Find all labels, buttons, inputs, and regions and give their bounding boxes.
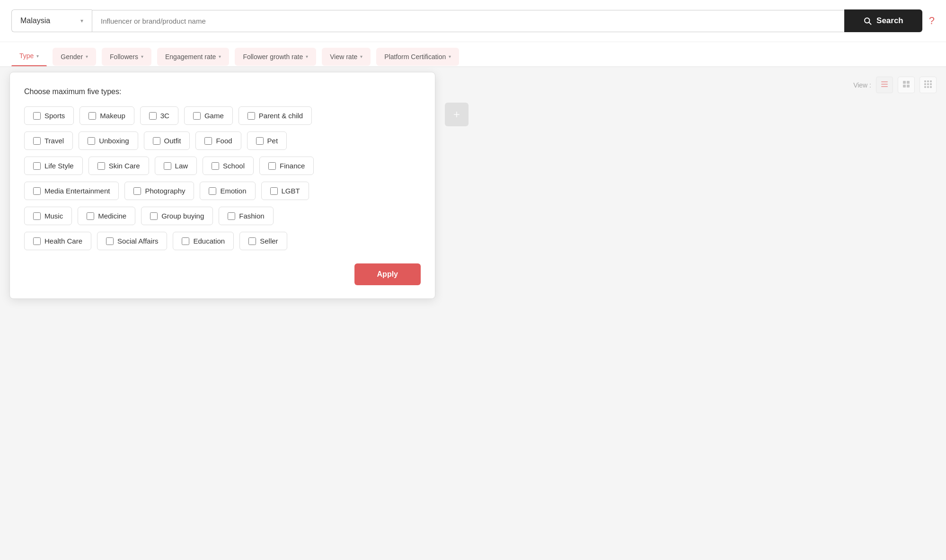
svg-rect-17 — [930, 86, 932, 88]
type-option-photography[interactable]: Photography — [124, 182, 194, 200]
type-label-3c: 3C — [160, 112, 169, 120]
search-button[interactable]: Search — [844, 9, 922, 32]
type-label-emotion: Emotion — [220, 187, 246, 195]
filter-followers[interactable]: Followers ▾ — [102, 48, 151, 66]
type-label-music: Music — [44, 212, 63, 220]
svg-rect-4 — [881, 86, 888, 87]
type-option-lgbt[interactable]: LGBT — [261, 182, 309, 200]
type-checkbox-skincare[interactable] — [97, 162, 105, 170]
type-label-game: Game — [204, 112, 224, 120]
type-label-pet: Pet — [267, 137, 278, 145]
filter-bar: Type ▾ Gender ▾ Followers ▾ Engagement r… — [0, 42, 946, 67]
type-label-lgbt: LGBT — [282, 187, 300, 195]
type-option-skincare[interactable]: Skin Care — [88, 157, 149, 175]
right-side: View : — [435, 67, 946, 299]
type-option-finance[interactable]: Finance — [259, 157, 314, 175]
type-checkbox-3c[interactable] — [149, 112, 157, 120]
type-label-fashion: Fashion — [239, 212, 264, 220]
type-option-social_affairs[interactable]: Social Affairs — [97, 232, 167, 250]
type-checkbox-emotion[interactable] — [209, 187, 216, 195]
type-dropdown-panel: Choose maximum five types: SportsMakeup3… — [9, 72, 435, 299]
type-option-media_entertainment[interactable]: Media Entertainment — [24, 182, 119, 200]
type-option-unboxing[interactable]: Unboxing — [79, 131, 138, 150]
filter-type[interactable]: Type ▾ — [11, 47, 47, 66]
type-option-medicine[interactable]: Medicine — [78, 207, 135, 225]
svg-rect-8 — [907, 85, 910, 88]
type-checkbox-food[interactable] — [204, 137, 212, 145]
platform-chevron-icon: ▾ — [449, 54, 451, 59]
type-checkbox-finance[interactable] — [268, 162, 276, 170]
type-checkbox-photography[interactable] — [133, 187, 141, 195]
type-option-3c[interactable]: 3C — [140, 106, 178, 125]
type-option-school[interactable]: School — [203, 157, 254, 175]
type-checkbox-fashion[interactable] — [228, 212, 235, 220]
type-label-parent_child: Parent & child — [259, 112, 303, 120]
type-checkbox-game[interactable] — [193, 112, 201, 120]
type-checkbox-group_buying[interactable] — [150, 212, 158, 220]
type-option-group_buying[interactable]: Group buying — [141, 207, 213, 225]
grid3-view-icon — [924, 80, 932, 88]
type-option-emotion[interactable]: Emotion — [200, 182, 255, 200]
type-checkbox-medicine[interactable] — [87, 212, 94, 220]
view-list-button[interactable] — [876, 77, 893, 93]
viewrate-chevron-icon: ▾ — [360, 54, 362, 59]
search-input[interactable] — [92, 10, 844, 32]
type-checkbox-media_entertainment[interactable] — [33, 187, 41, 195]
type-checkbox-outfit[interactable] — [153, 137, 160, 145]
filter-view-rate[interactable]: View rate ▾ — [322, 48, 371, 66]
help-icon[interactable]: ? — [929, 15, 935, 27]
type-checkbox-education[interactable] — [182, 237, 189, 245]
type-checkbox-health_care[interactable] — [33, 237, 41, 245]
type-checkbox-unboxing[interactable] — [88, 137, 95, 145]
add-button[interactable]: + — [445, 103, 469, 126]
type-chevron-icon: ▾ — [36, 53, 39, 59]
type-checkbox-sports[interactable] — [33, 112, 41, 120]
svg-rect-11 — [930, 80, 932, 82]
type-checkbox-music[interactable] — [33, 212, 41, 220]
type-checkbox-seller[interactable] — [248, 237, 256, 245]
type-option-food[interactable]: Food — [195, 131, 241, 150]
type-label-seller: Seller — [260, 237, 278, 245]
type-checkbox-parent_child[interactable] — [248, 112, 255, 120]
view-label: View : — [853, 81, 871, 89]
view-grid3-button[interactable] — [919, 77, 937, 93]
engagement-chevron-icon: ▾ — [219, 54, 221, 59]
type-checkbox-law[interactable] — [164, 162, 171, 170]
type-option-law[interactable]: Law — [155, 157, 197, 175]
type-option-pet[interactable]: Pet — [247, 131, 287, 150]
svg-rect-16 — [927, 86, 929, 88]
filter-engagement-label: Engagement rate — [165, 53, 216, 61]
svg-rect-13 — [927, 83, 929, 85]
view-grid2-button[interactable] — [898, 77, 915, 93]
type-option-health_care[interactable]: Health Care — [24, 232, 91, 250]
types-row-5: Health CareSocial AffairsEducationSeller — [24, 232, 421, 250]
type-option-outfit[interactable]: Outfit — [144, 131, 190, 150]
country-selector[interactable]: Malaysia ▾ — [11, 9, 92, 32]
type-checkbox-lgbt[interactable] — [270, 187, 278, 195]
type-option-lifestyle[interactable]: Life Style — [24, 157, 83, 175]
type-option-education[interactable]: Education — [173, 232, 234, 250]
type-option-parent_child[interactable]: Parent & child — [239, 106, 312, 125]
type-option-sports[interactable]: Sports — [24, 106, 74, 125]
type-label-school: School — [223, 162, 245, 170]
type-option-seller[interactable]: Seller — [239, 232, 287, 250]
type-label-social_affairs: Social Affairs — [117, 237, 158, 245]
type-label-photography: Photography — [145, 187, 185, 195]
type-option-makeup[interactable]: Makeup — [80, 106, 134, 125]
filter-gender[interactable]: Gender ▾ — [53, 48, 96, 66]
filter-platform-cert[interactable]: Platform Certification ▾ — [376, 48, 459, 66]
type-checkbox-travel[interactable] — [33, 137, 41, 145]
type-checkbox-makeup[interactable] — [88, 112, 96, 120]
type-checkbox-pet[interactable] — [256, 137, 264, 145]
type-checkbox-social_affairs[interactable] — [106, 237, 114, 245]
filter-engagement-rate[interactable]: Engagement rate ▾ — [157, 48, 229, 66]
type-checkbox-lifestyle[interactable] — [33, 162, 41, 170]
type-option-music[interactable]: Music — [24, 207, 72, 225]
type-option-fashion[interactable]: Fashion — [219, 207, 273, 225]
type-label-medicine: Medicine — [98, 212, 126, 220]
type-option-game[interactable]: Game — [184, 106, 233, 125]
type-checkbox-school[interactable] — [212, 162, 219, 170]
apply-button[interactable]: Apply — [354, 263, 421, 285]
type-option-travel[interactable]: Travel — [24, 131, 73, 150]
filter-follower-growth[interactable]: Follower growth rate ▾ — [235, 48, 316, 66]
